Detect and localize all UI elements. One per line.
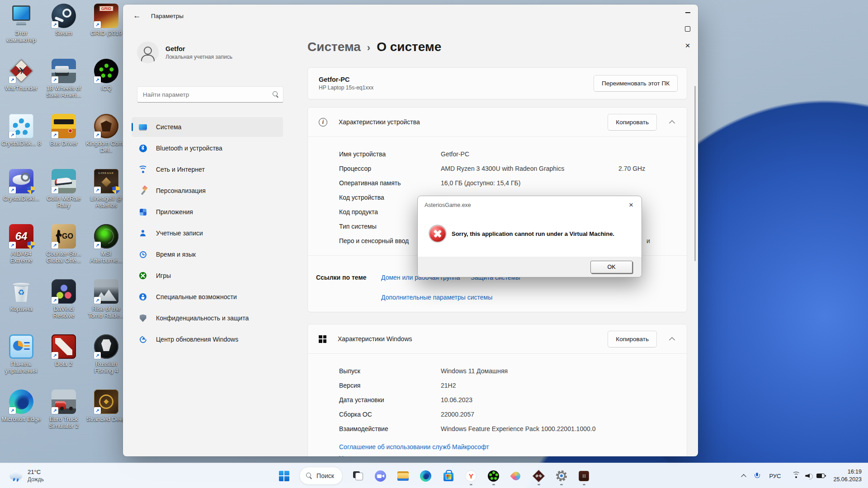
sidebar-item-gaming[interactable]: Игры [132, 266, 283, 286]
desktop-icon-this-pc[interactable]: Этот компьютер [0, 4, 42, 59]
user-account-type: Локальная учетная запись [165, 54, 232, 60]
sidebar-item-windows-update[interactable]: Центр обновления Windows [132, 329, 283, 349]
user-account[interactable]: Getfor Локальная учетная запись [137, 42, 295, 63]
sidebar-item-privacy[interactable]: Конфиденциальность и защита [132, 308, 283, 328]
icq-icon[interactable] [485, 465, 503, 486]
desktop-icon-label: Counter-Str... Global Offe... [43, 251, 85, 264]
device-name: Getfor-PC [319, 76, 373, 83]
desktop-icon-csgo[interactable]: Counter-Str... Global Offe... [42, 224, 85, 279]
settings-search-input[interactable] [137, 86, 283, 103]
paint-icon[interactable] [507, 465, 525, 486]
spec-row: Сборка ОС 22000.2057 [308, 407, 687, 422]
microphone-tray-button[interactable] [751, 467, 762, 485]
desktop-icon-label: ICQ [101, 85, 111, 92]
copy-windows-specs-button[interactable]: Копировать [608, 331, 657, 347]
desktop-icon-icq[interactable]: ICQ [85, 59, 127, 114]
task-view-icon[interactable] [349, 465, 367, 486]
spec-row: Имя устройства Getfor-PC [308, 147, 687, 161]
start-button[interactable] [275, 465, 293, 486]
desktop-icon-crystaldiskmark-8[interactable]: CrystalDisk... 8 [0, 114, 42, 169]
shortcut-arrow-icon [94, 352, 101, 359]
shortcut-arrow-icon [9, 131, 16, 138]
desktop-icon-kingdom-come-deliverance[interactable]: Kingdom Come Del.. [85, 114, 127, 169]
desktop-icon-control-panel[interactable]: Панель управления [0, 334, 42, 389]
partial-link[interactable]: У [339, 455, 687, 456]
shortcut-arrow-icon [52, 21, 58, 28]
microsoft-store-icon[interactable] [439, 465, 458, 486]
sidebar-item-label: Игры [156, 272, 171, 279]
edge-icon[interactable] [417, 465, 435, 486]
back-button[interactable]: ← [129, 9, 145, 23]
spec-value: 22000.2057 [441, 411, 474, 418]
settings-icon[interactable] [552, 465, 571, 486]
taskbar-search[interactable]: Поиск [299, 467, 343, 485]
desktop-icon-warthunder[interactable]: WarThunder [0, 59, 42, 114]
sidebar-item-network[interactable]: Сеть и Интернет [132, 160, 283, 179]
sidebar-item-label: Приложения [156, 208, 193, 216]
related-link[interactable]: Дополнительные параметры системы [381, 294, 492, 301]
desktop-icon-18-wheels-of-steel[interactable]: 18 Wheels of Steel Ameri... [42, 59, 85, 114]
sidebar-item-accounts[interactable]: Учетные записи [132, 223, 283, 243]
ok-button[interactable]: OK [590, 261, 632, 273]
desktop-icon-stranded-deep[interactable]: Stranded Deep [85, 389, 127, 445]
desktop-icon-recycle-bin[interactable]: Корзина [0, 279, 42, 334]
desktop-icon-bus-driver[interactable]: Bus Driver [42, 114, 85, 169]
desktop-icon-microsoft-edge[interactable]: Microsoft Edge [0, 389, 42, 445]
desktop-icon-steam[interactable]: Steam [42, 4, 85, 59]
desktop-icon-grid-2019[interactable]: GRID (2019 [85, 4, 127, 59]
desktop-icon-dota-2[interactable]: Dota 2 [42, 334, 85, 389]
collapse-chevron-icon[interactable] [663, 113, 680, 131]
ms-services-agreement-link[interactable]: Соглашение об использовании служб Майкро… [339, 443, 687, 450]
error-icon [429, 225, 446, 242]
desktop-icon-msi-afterburner[interactable]: MSI Afterburne... [85, 224, 127, 279]
network-volume-battery-button[interactable] [788, 467, 828, 485]
desktop-icon-aida64-extreme[interactable]: AIDA64 Extreme [0, 224, 42, 279]
chat-icon[interactable] [372, 465, 390, 486]
shortcut-arrow-icon [9, 187, 16, 193]
desktop-icon-label: CrystalDiskI... [3, 196, 39, 202]
sidebar-item-icon [138, 122, 147, 131]
sidebar-item-label: Система [156, 123, 181, 131]
desktop-icon-colin-mcrae-rally[interactable]: Colin McRae Rally [42, 169, 85, 224]
spec-row: Версия 21H2 [308, 378, 687, 393]
rename-pc-button[interactable]: Переименовать этот ПК [594, 75, 678, 92]
file-explorer-icon[interactable] [394, 465, 412, 486]
yandex-browser-icon[interactable] [462, 465, 480, 486]
desktop-icon-euro-truck-simulator-2[interactable]: Euro Truck Simulator 2 [42, 389, 85, 445]
desktop-icon-label: MSI Afterburne... [85, 251, 127, 264]
sidebar-item-accessibility[interactable]: Специальные возможности [132, 287, 283, 307]
breadcrumb: Система › О системе [307, 40, 687, 54]
sidebar-item-time-language[interactable]: Время и язык [132, 244, 283, 264]
sidebar-item-apps[interactable]: Приложения [132, 202, 283, 222]
windows-specs-header[interactable]: Характеристики Windows Копировать [308, 324, 687, 353]
clock[interactable]: 16:19 25.06.2023 [830, 467, 864, 485]
show-hidden-icons-button[interactable] [739, 467, 749, 485]
desktop-icon-rise-of-the-tomb-raider[interactable]: Rise of the Tomb Raide... [85, 279, 127, 334]
spec-label: Дата установки [339, 396, 441, 404]
scrollbar-thumb[interactable] [694, 86, 696, 261]
desktop-icon-label: 18 Wheels of Steel Ameri... [43, 85, 85, 99]
language-indicator[interactable]: РУС [765, 467, 785, 485]
desktop-icon-label: Russian Fishing 4 [85, 361, 127, 375]
sidebar-item-bluetooth[interactable]: Bluetooth и устройства [132, 138, 283, 158]
error-dialog: AsteriosGame.exe × Sorry, this applicati… [417, 196, 642, 277]
microphone-icon [755, 473, 759, 479]
spec-row: Выпуск Windows 11 Домашняя [308, 364, 687, 378]
shortcut-arrow-icon [52, 242, 58, 249]
lineage2-icon[interactable] [575, 465, 593, 486]
desktop-icon-crystaldiskinfo[interactable]: CrystalDiskI... [0, 169, 42, 224]
copy-device-specs-button[interactable]: Копировать [608, 114, 657, 131]
sidebar-item-personalization[interactable]: Персонализация [132, 181, 283, 201]
sidebar-item-system[interactable]: Система [132, 117, 283, 137]
breadcrumb-parent[interactable]: Система [307, 40, 361, 54]
desktop-icon-lineage2-asterios[interactable]: LineageII @ Asterios [85, 169, 127, 224]
collapse-chevron-icon[interactable] [663, 330, 680, 347]
desktop-icon-davinci-resolve[interactable]: DaVinci Resolve [42, 279, 85, 334]
device-specs-header[interactable]: Характеристики устройства Копировать [308, 108, 687, 136]
windows-specs-title: Характеристики Windows [338, 335, 412, 343]
desktop-icon-russian-fishing-4[interactable]: Russian Fishing 4 [85, 334, 127, 389]
dialog-close-button[interactable]: × [626, 200, 636, 210]
warthunder-icon[interactable] [530, 465, 548, 486]
desktop-icon-label: DaVinci Resolve [43, 306, 85, 319]
minimize-button[interactable] [677, 5, 698, 21]
